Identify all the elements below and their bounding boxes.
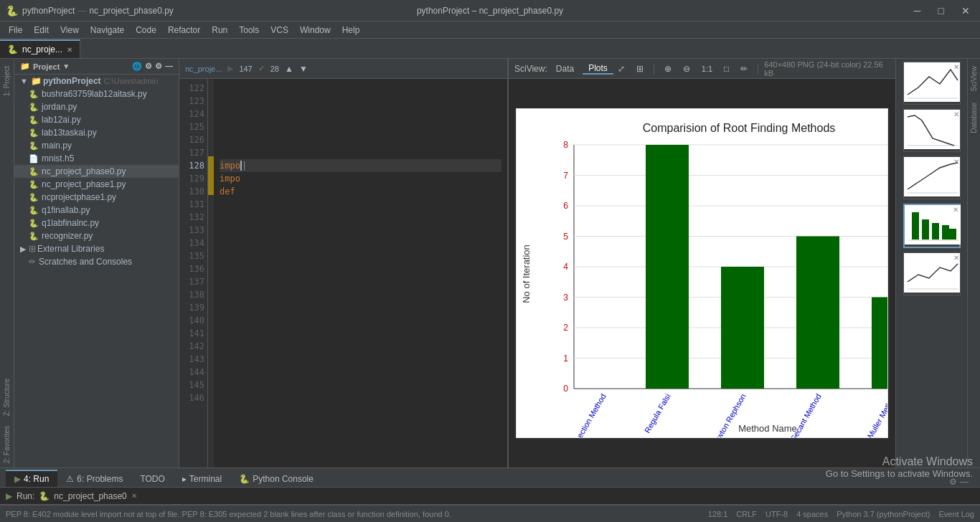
favorites-panel-label[interactable]: 2: Favorites bbox=[1, 422, 12, 468]
code-line-134 bbox=[220, 237, 501, 250]
run-icon: ▶ bbox=[14, 474, 21, 484]
up-arrow-icon[interactable]: ▲ bbox=[285, 64, 293, 74]
menu-item-vcs[interactable]: VCS bbox=[265, 24, 294, 37]
tree-external-libraries[interactable]: ▶ ⊞ External Libraries bbox=[14, 242, 179, 255]
py-icon-2: 🐍 bbox=[29, 115, 39, 125]
tree-item-3[interactable]: 🐍 lab13taskai.py bbox=[14, 126, 179, 139]
menu-item-refactor[interactable]: Refactor bbox=[162, 24, 206, 37]
right-thumbnails: ✕ ✕ ✕ bbox=[895, 59, 967, 468]
down-arrow-icon[interactable]: ▼ bbox=[299, 64, 308, 74]
thumb-chart-1 bbox=[904, 62, 960, 102]
problems-icon: ⚠ bbox=[66, 474, 74, 484]
tree-item-6[interactable]: 🐍 nc_project_phase0.py bbox=[14, 165, 179, 178]
expand-icon-ext: ▶ bbox=[20, 245, 26, 254]
expand-icon[interactable]: ⤢ bbox=[613, 62, 629, 75]
todo-tab[interactable]: TODO bbox=[131, 471, 173, 487]
tree-scratches[interactable]: ✏ Scratches and Consoles bbox=[14, 255, 179, 268]
sciview-tab-data[interactable]: Data bbox=[550, 64, 580, 74]
menu-item-help[interactable]: Help bbox=[336, 24, 366, 37]
tree-item-10[interactable]: 🐍 q1labfinalnc.py bbox=[14, 217, 179, 229]
eyedropper-icon[interactable]: ✏ bbox=[736, 62, 752, 75]
zoom-out-icon[interactable]: ⊖ bbox=[679, 62, 694, 75]
database-panel-label[interactable]: Database bbox=[969, 98, 979, 138]
thumb-4-close[interactable]: ✕ bbox=[953, 206, 958, 214]
thumb-5-close[interactable]: ✕ bbox=[953, 254, 959, 262]
maximize-button[interactable]: □ bbox=[934, 4, 948, 18]
sciview-tab-plots[interactable]: Plots bbox=[583, 63, 613, 75]
status-python: Python 3.7 (pythonProject) bbox=[837, 510, 930, 518]
run-bar: ▶ 4: Run ⚠ 6: Problems TODO ▸ Terminal 🐍… bbox=[0, 468, 980, 488]
event-log[interactable]: Event Log bbox=[938, 510, 974, 518]
sciview-tab-label: SciView: bbox=[514, 64, 547, 74]
sidebar-chevron: ▼ bbox=[62, 62, 70, 70]
tab-close-icon[interactable]: ✕ bbox=[67, 46, 72, 54]
right-strip: SciView Database bbox=[967, 59, 980, 468]
run-filename: nc_project_phase0 bbox=[54, 491, 126, 501]
thumb-4[interactable]: ✕ bbox=[903, 204, 961, 248]
editor-tab-active[interactable]: 🐍 nc_proje... ✕ bbox=[0, 39, 80, 58]
thumb-5[interactable]: ✕ bbox=[903, 252, 961, 295]
minimize-button[interactable]: ─ bbox=[910, 4, 925, 18]
tree-item-11[interactable]: 🐍 recognizer.py bbox=[14, 229, 179, 242]
grid-icon[interactable]: ⊞ bbox=[632, 62, 648, 75]
title-bar: 🐍 pythonProject — nc_project_phase0.py p… bbox=[0, 0, 980, 22]
root-path: C:\Users\admin bbox=[104, 77, 159, 85]
sidebar-settings-icon[interactable]: ⚙ bbox=[145, 62, 152, 71]
tree-item-8[interactable]: 🐍 ncprojectphase1.py bbox=[14, 191, 179, 204]
tree-item-7[interactable]: 🐍 nc_project_phase1.py bbox=[14, 178, 179, 191]
close-button[interactable]: ✕ bbox=[957, 4, 974, 18]
breadcrumb-file: nc_proje... bbox=[185, 65, 222, 73]
thumb-3[interactable]: ✕ bbox=[903, 156, 961, 199]
python-console-tab[interactable]: 🐍 Python Console bbox=[230, 471, 322, 487]
ext-lib-icon: ⊞ bbox=[29, 244, 36, 254]
bar-chart: Comparision of Root Finding Methods No o… bbox=[516, 108, 888, 438]
sidebar-hide-icon[interactable]: — bbox=[165, 62, 173, 71]
thumb-2[interactable]: ✕ bbox=[903, 109, 961, 152]
bar-regula-falsi bbox=[646, 145, 689, 389]
run-tab[interactable]: ▶ 4: Run bbox=[6, 470, 57, 487]
thumb-1-close[interactable]: ✕ bbox=[953, 63, 959, 71]
menu-item-run[interactable]: Run bbox=[206, 24, 233, 37]
run-file-close[interactable]: ✕ bbox=[131, 492, 137, 500]
tree-item-1[interactable]: 🐍 jordan.py bbox=[14, 100, 179, 113]
menu-item-navigate[interactable]: Navigate bbox=[85, 24, 130, 37]
sciview-panel-label[interactable]: SciView bbox=[969, 62, 979, 95]
settings-icon-bottom[interactable]: ⚙ bbox=[949, 477, 957, 487]
code-area[interactable]: impo| impo def bbox=[214, 79, 507, 468]
code-line-142 bbox=[220, 340, 501, 353]
menu-item-view[interactable]: View bbox=[55, 24, 85, 37]
thumb-1[interactable]: ✕ bbox=[903, 62, 961, 105]
menu-item-edit[interactable]: Edit bbox=[28, 24, 55, 37]
zoom-in-icon[interactable]: ⊕ bbox=[660, 62, 676, 75]
tree-item-4[interactable]: 🐍 main.py bbox=[14, 139, 179, 152]
menu-item-window[interactable]: Window bbox=[294, 24, 336, 37]
file-label-6: nc_project_phase0.py bbox=[42, 166, 126, 176]
tree-item-2[interactable]: 🐍 lab12ai.py bbox=[14, 113, 179, 126]
terminal-tab[interactable]: ▸ Terminal bbox=[174, 471, 230, 487]
thumb-3-close[interactable]: ✕ bbox=[953, 158, 959, 166]
tree-item-9[interactable]: 🐍 q1finallab.py bbox=[14, 204, 179, 217]
x-axis-label: Method Name bbox=[738, 423, 797, 434]
sidebar-add-icon[interactable]: 🌐 bbox=[132, 62, 142, 71]
code-line-122 bbox=[220, 82, 501, 95]
tab-bar: 🐍 nc_proje... ✕ bbox=[0, 39, 980, 59]
y-tick-0: 0 bbox=[563, 384, 568, 394]
todo-tab-label: TODO bbox=[140, 474, 164, 484]
problems-tab[interactable]: ⚠ 6: Problems bbox=[57, 471, 131, 487]
x-label-secant: Secant Method bbox=[788, 392, 822, 438]
minimize-bottom-icon[interactable]: — bbox=[960, 477, 969, 487]
menu-item-tools[interactable]: Tools bbox=[233, 24, 265, 37]
line-count: 28 bbox=[270, 65, 279, 73]
fit-icon[interactable]: □ bbox=[720, 62, 733, 75]
menu-item-code[interactable]: Code bbox=[130, 24, 162, 37]
tree-root[interactable]: ▼ 📁 pythonProject C:\Users\admin bbox=[14, 75, 179, 87]
tree-item-5[interactable]: 📄 mnist.h5 bbox=[14, 152, 179, 165]
tree-item-0[interactable]: 🐍 bushra63759lab12aitask.py bbox=[14, 87, 179, 100]
sidebar-gear-icon[interactable]: ⚙ bbox=[155, 62, 162, 71]
thumb-2-close[interactable]: ✕ bbox=[953, 110, 959, 118]
menu-item-file[interactable]: File bbox=[3, 24, 28, 37]
structure-panel-label[interactable]: Z: Structure bbox=[1, 374, 12, 420]
py-icon-1: 🐍 bbox=[29, 103, 39, 112]
zoom-1to1-icon[interactable]: 1:1 bbox=[697, 63, 717, 75]
project-panel-label[interactable]: 1: Project bbox=[1, 62, 12, 100]
